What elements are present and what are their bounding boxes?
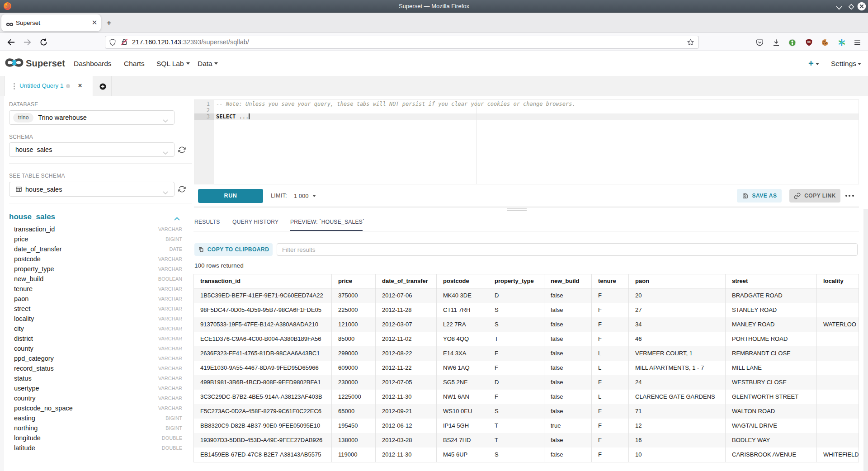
- column-header-cell[interactable]: date_of_transfer: [376, 274, 437, 288]
- schema-select[interactable]: house_sales: [9, 142, 175, 157]
- schema-column-row[interactable]: postcode VARCHAR: [14, 254, 182, 264]
- back-icon[interactable]: [7, 38, 15, 48]
- table-row[interactable]: 2636F323-FF41-4765-81DB-98CAA6A43BC1 299…: [194, 346, 859, 361]
- nav-settings[interactable]: Settings: [831, 51, 856, 76]
- ublock-icon[interactable]: UO: [805, 38, 813, 48]
- schema-column-row[interactable]: latitude DOUBLE: [14, 443, 182, 453]
- schema-column-row[interactable]: district VARCHAR: [14, 334, 182, 344]
- column-header-cell[interactable]: tenure: [592, 274, 629, 288]
- table-row[interactable]: 193907D3-5DBD-453D-A49E-9FEE27DAB926 138…: [194, 433, 859, 447]
- sql-editor[interactable]: 1 2 3 -- Note: Unless you save your quer…: [194, 99, 859, 184]
- pane-drag-handle-icon[interactable]: [507, 208, 527, 212]
- schema-column-row[interactable]: new_build BOOLEAN: [14, 274, 182, 284]
- cookie-icon[interactable]: [821, 38, 829, 48]
- nav-sql-lab[interactable]: SQL Lab: [156, 51, 184, 76]
- schema-column-row[interactable]: locality VARCHAR: [14, 314, 182, 324]
- reload-icon[interactable]: [39, 38, 48, 48]
- filter-results-input[interactable]: [277, 243, 858, 256]
- save-as-button[interactable]: SAVE AS: [737, 189, 782, 203]
- bookmark-star-icon[interactable]: [687, 38, 694, 48]
- run-button[interactable]: RUN: [198, 189, 263, 203]
- table-row[interactable]: BB8320C9-D82B-4B37-90E0-9FEE05095E10 195…: [194, 419, 859, 433]
- table-select[interactable]: house_sales: [9, 182, 175, 197]
- header-new-button[interactable]: +: [808, 51, 814, 76]
- shield-icon[interactable]: [109, 38, 116, 48]
- nav-charts[interactable]: Charts: [124, 51, 145, 76]
- download-icon[interactable]: [772, 38, 780, 48]
- limit-caret-icon[interactable]: [312, 195, 316, 197]
- schema-column-row[interactable]: easting BIGINT: [14, 413, 182, 423]
- schema-column-row[interactable]: paon VARCHAR: [14, 294, 182, 304]
- window-maximize-icon[interactable]: [848, 4, 854, 12]
- schema-column-row[interactable]: northing BIGINT: [14, 423, 182, 433]
- nav-dashboards[interactable]: Dashboards: [74, 51, 112, 76]
- schema-column-row[interactable]: tenure VARCHAR: [14, 284, 182, 294]
- table-row[interactable]: 91370533-19F5-47FE-B142-A380A8ADA210 121…: [194, 317, 859, 332]
- schema-column-row[interactable]: usertype VARCHAR: [14, 383, 182, 393]
- window-titlebar[interactable]: Superset — Mozilla Firefox: [0, 0, 868, 13]
- table-row[interactable]: 499B1981-3B6B-4BCD-808F-9FED9802BFA1 230…: [194, 375, 859, 390]
- database-select[interactable]: trino Trino warehouse: [9, 110, 175, 125]
- pocket-icon[interactable]: [756, 39, 764, 48]
- extension-green-icon[interactable]: [788, 39, 796, 48]
- window-close-icon[interactable]: [857, 2, 866, 13]
- schema-column-row[interactable]: postcode_no_space VARCHAR: [14, 403, 182, 413]
- table-row[interactable]: 419E1030-9A55-4467-8DA9-9FED95D65966 609…: [194, 361, 859, 375]
- query-tab-close-icon[interactable]: ×: [75, 76, 85, 96]
- column-header-cell[interactable]: paon: [629, 274, 726, 288]
- more-options-button[interactable]: [844, 189, 855, 203]
- schema-column-row[interactable]: longitude DOUBLE: [14, 433, 182, 443]
- browser-tab-close-icon[interactable]: ✕: [89, 14, 100, 31]
- schema-column-row[interactable]: record_status VARCHAR: [14, 363, 182, 373]
- schema-column-row[interactable]: status VARCHAR: [14, 373, 182, 383]
- column-header-cell[interactable]: locality: [817, 274, 859, 288]
- lock-insecure-icon[interactable]: [120, 38, 128, 48]
- table-row[interactable]: EB1459EB-67ED-47C8-B2E7-A38143AB5575 119…: [194, 447, 859, 462]
- table-row[interactable]: ECE1D376-C9A6-4C00-B004-A380B189FA56 850…: [194, 332, 859, 346]
- tab-drag-handle-icon[interactable]: [13, 83, 15, 92]
- query-tab-title[interactable]: Untitled Query 1: [19, 76, 64, 96]
- browser-new-tab-button[interactable]: +: [103, 17, 115, 29]
- column-header-cell[interactable]: price: [332, 274, 376, 288]
- tab-query-history[interactable]: QUERY HISTORY: [232, 214, 278, 230]
- table-row[interactable]: 98F5DC47-0D05-4D59-95B7-98CA6F1FDE05 225…: [194, 303, 859, 317]
- header-new-caret-icon[interactable]: [816, 63, 819, 65]
- superset-logo-icon[interactable]: [5, 57, 24, 70]
- copy-link-button[interactable]: COPY LINK: [789, 189, 840, 203]
- schema-column-row[interactable]: date_of_transfer DATE: [14, 244, 182, 254]
- column-header-cell[interactable]: new_build: [544, 274, 592, 288]
- column-header-cell[interactable]: property_type: [488, 274, 544, 288]
- column-header-cell[interactable]: transaction_id: [194, 274, 332, 288]
- column-header-cell[interactable]: street: [726, 274, 817, 288]
- table-row[interactable]: F5C273AC-0D2A-458F-8279-9C61F0C22EC6 650…: [194, 404, 859, 419]
- schema-column-row[interactable]: street VARCHAR: [14, 304, 182, 314]
- table-schema-title[interactable]: house_sales: [9, 212, 55, 221]
- tab-preview-house-sales[interactable]: PREVIEW: `HOUSE_SALES`: [290, 214, 364, 230]
- schema-column-row[interactable]: country VARCHAR: [14, 393, 182, 403]
- table-refresh-icon[interactable]: [178, 185, 186, 195]
- column-header-cell[interactable]: postcode: [437, 274, 488, 288]
- forward-icon[interactable]: [23, 38, 32, 48]
- schema-column-row[interactable]: county VARCHAR: [14, 344, 182, 353]
- table-row[interactable]: 3C3C29DC-B7B2-4BE5-914A-A38123AF403B 122…: [194, 390, 859, 404]
- schema-column-row[interactable]: transaction_id VARCHAR: [14, 224, 182, 234]
- schema-column-row[interactable]: price BIGINT: [14, 234, 182, 244]
- hamburger-menu-icon[interactable]: [854, 39, 861, 48]
- brand-name[interactable]: Superset: [26, 51, 65, 76]
- schema-column-row[interactable]: ppd_category VARCHAR: [14, 353, 182, 363]
- nav-data[interactable]: Data: [198, 51, 212, 76]
- extension-asterisk-icon[interactable]: [838, 38, 846, 48]
- limit-value[interactable]: 1 000: [294, 189, 309, 203]
- tab-results[interactable]: RESULTS: [194, 214, 220, 230]
- url-text[interactable]: 217.160.120.143:32393/superset/sqllab/: [132, 36, 249, 49]
- window-minimize-icon[interactable]: [835, 4, 843, 12]
- collapse-chevron-icon[interactable]: [174, 214, 180, 222]
- cell-price: 230000: [332, 375, 376, 390]
- schema-column-row[interactable]: city VARCHAR: [14, 324, 182, 334]
- results-scrollbar-track[interactable]: [863, 209, 868, 471]
- table-row[interactable]: 1B5C39ED-BE7F-41EF-9E71-9C60EED74A22 375…: [194, 288, 859, 303]
- add-query-tab-icon[interactable]: [99, 83, 106, 92]
- schema-column-row[interactable]: property_type VARCHAR: [14, 264, 182, 274]
- copy-to-clipboard-button[interactable]: COPY TO CLIPBOARD: [194, 243, 273, 256]
- schema-refresh-icon[interactable]: [178, 146, 186, 155]
